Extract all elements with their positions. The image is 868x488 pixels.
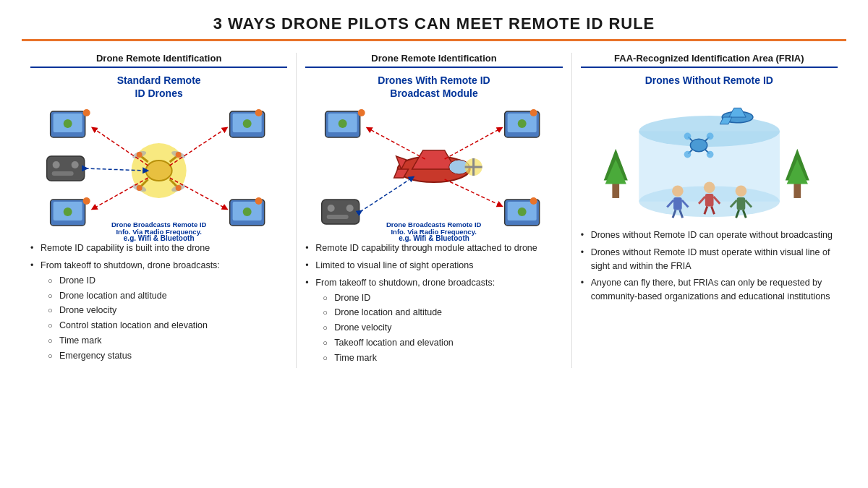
- bullet-item: Limited to visual line of sight operatio…: [305, 259, 562, 273]
- svg-point-86: [706, 133, 713, 140]
- svg-point-73: [639, 116, 780, 147]
- svg-line-68: [360, 178, 412, 212]
- svg-point-55: [346, 205, 354, 212]
- svg-line-67: [445, 179, 501, 205]
- col-fria: FAA-Recognized Identification Area (FRIA…: [572, 53, 846, 368]
- svg-point-6: [243, 119, 252, 128]
- col3-diagram: [581, 93, 838, 223]
- sub-bullet-item: Time mark: [323, 351, 562, 365]
- col2-bullets: Remote ID capability through module atta…: [305, 241, 562, 364]
- bullet-item: Anyone can fly there, but FRIAs can only…: [581, 276, 838, 304]
- svg-point-33: [176, 185, 182, 191]
- svg-point-18: [243, 207, 252, 216]
- svg-point-32: [137, 185, 142, 191]
- col2-subtitle: Drones With Remote IDBroadcast Module: [305, 74, 562, 100]
- svg-line-65: [369, 129, 425, 159]
- bullet-item: Remote ID capability is built into the d…: [30, 241, 287, 255]
- svg-point-88: [706, 151, 713, 158]
- svg-point-14: [64, 207, 72, 216]
- bullet-item: Drones without Remote ID can operate wit…: [581, 228, 838, 242]
- col-broadcast: Drone Remote Identification Drones With …: [297, 53, 571, 368]
- main-title: 3 WAYS DRONE PILOTS CAN MEET REMOTE ID R…: [22, 14, 846, 41]
- svg-rect-105: [736, 197, 745, 210]
- svg-rect-11: [52, 171, 74, 176]
- svg-point-48: [530, 109, 537, 116]
- svg-point-30: [137, 152, 142, 158]
- sub-bullet-item: Drone ID: [323, 291, 562, 305]
- svg-point-44: [358, 109, 365, 116]
- svg-point-92: [672, 186, 684, 197]
- svg-point-15: [83, 197, 90, 205]
- svg-point-21: [146, 160, 172, 181]
- svg-point-19: [255, 197, 263, 205]
- col3-bullets: Drones without Remote ID can operate wit…: [581, 228, 838, 304]
- col3-header: FAA-Recognized Identification Area (FRIA…: [581, 53, 838, 68]
- svg-line-36: [94, 178, 148, 208]
- col-standard: Drone Remote Identification Standard Rem…: [22, 53, 297, 368]
- svg-point-31: [176, 152, 182, 158]
- sub-bullet-item: Emergency status: [48, 349, 287, 363]
- svg-point-43: [339, 119, 347, 128]
- col1-diagram: Drone Broadcasts Remote ID Info. Via Rad…: [30, 106, 287, 236]
- svg-point-52: [530, 197, 537, 205]
- svg-point-51: [518, 207, 527, 216]
- sub-bullet-item: Drone velocity: [323, 321, 562, 335]
- svg-point-85: [684, 133, 691, 140]
- svg-point-7: [255, 109, 263, 116]
- svg-rect-93: [673, 197, 682, 210]
- col2-header: Drone Remote Identification: [305, 53, 562, 68]
- svg-rect-56: [327, 215, 349, 219]
- svg-point-98: [704, 182, 715, 194]
- bullet-item: From takeoff to shutdown, drone broadcas…: [305, 276, 562, 365]
- svg-point-47: [518, 119, 527, 128]
- svg-rect-99: [705, 194, 713, 207]
- bullet-item: Drones without Remote ID must operate wi…: [581, 246, 838, 273]
- svg-point-10: [72, 161, 79, 168]
- sub-bullet-item: Time mark: [48, 334, 287, 348]
- sub-bullet-item: Takeoff location and elevation: [323, 336, 562, 350]
- page: 3 WAYS DRONE PILOTS CAN MEET REMOTE ID R…: [0, 0, 868, 488]
- svg-point-104: [735, 186, 746, 197]
- columns-container: Drone Remote Identification Standard Rem…: [22, 53, 846, 368]
- col3-subtitle: Drones Without Remote ID: [581, 74, 838, 87]
- col1-header: Drone Remote Identification: [30, 53, 287, 68]
- svg-rect-8: [47, 156, 85, 181]
- svg-point-3: [83, 109, 90, 116]
- svg-rect-53: [322, 200, 359, 224]
- sub-bullet-item: Drone location and altitude: [323, 306, 562, 320]
- sub-bullet-item: Control station location and elevation: [48, 319, 287, 333]
- svg-point-2: [64, 119, 72, 128]
- bullet-item: From takeoff to shutdown, drone broadcas…: [30, 259, 287, 362]
- sub-bullet-item: Drone location and altitude: [48, 289, 287, 303]
- bullet-item: Remote ID capability through module atta…: [305, 241, 562, 255]
- svg-point-80: [690, 139, 707, 152]
- svg-point-87: [684, 151, 691, 158]
- col1-bullets: Remote ID capability is built into the d…: [30, 241, 287, 362]
- svg-line-66: [445, 129, 501, 159]
- svg-point-54: [328, 205, 335, 212]
- col1-subtitle: Standard RemoteID Drones: [30, 74, 287, 100]
- svg-point-9: [53, 161, 60, 168]
- sub-bullet-item: Drone ID: [48, 274, 287, 288]
- svg-marker-90: [729, 108, 746, 118]
- col2-diagram: Drone Broadcasts Remote ID Info. Via Rad…: [305, 106, 562, 236]
- sub-bullet-item: Drone velocity: [48, 304, 287, 317]
